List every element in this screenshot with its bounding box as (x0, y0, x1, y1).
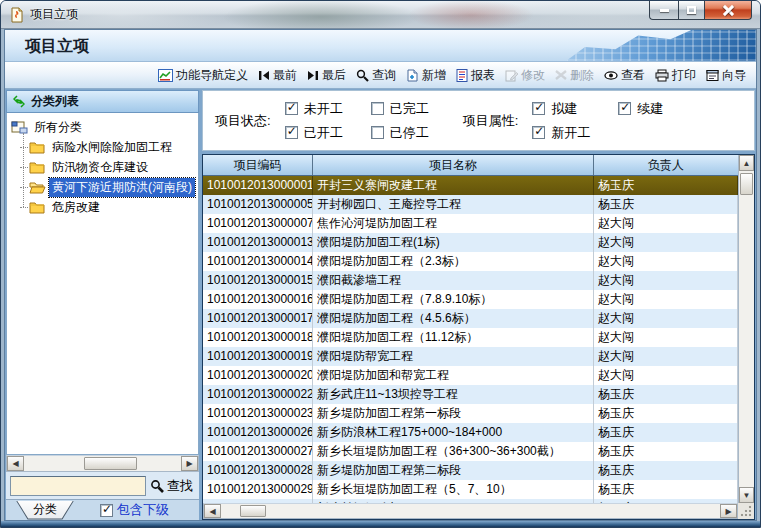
toolbar-label: 删除 (570, 67, 594, 84)
cell-name: 新乡堤防加固工程第一标段 (313, 404, 594, 423)
cell-person: 杨玉庆 (594, 480, 738, 499)
table-row[interactable]: 1010012013000029新乡长垣堤防加固工程（5、7、10）杨玉庆 (203, 480, 738, 499)
find-button[interactable]: 查找 (150, 477, 193, 495)
printer-icon (655, 69, 669, 82)
cell-name: 濮阳堤防加固工程（2.3标） (313, 252, 594, 271)
scroll-right-icon[interactable]: ▶ (720, 504, 737, 518)
filter-panel: 项目状态: 未开工 已开工 已完工 已停工 项目属性: 拟建 新开工 续建 (202, 90, 755, 151)
status-checkbox[interactable] (285, 126, 298, 139)
resize-grip[interactable] (738, 503, 754, 519)
status-checkbox[interactable] (285, 102, 298, 115)
category-search-input[interactable] (10, 476, 146, 496)
maximize-button[interactable] (678, 1, 705, 20)
status-filter-group: 未开工 已开工 已完工 已停工 (285, 99, 429, 143)
tree-item-category[interactable]: 防汛物资仓库建设 (20, 157, 196, 177)
cell-name: 开封三义寨闸改建工程 (313, 176, 594, 195)
status-option[interactable]: 已开工 (285, 124, 343, 142)
status-option-label: 已完工 (390, 100, 429, 118)
toolbar-button-last[interactable]: 最后 (303, 64, 350, 87)
main-area: 分类列表 所有分类 病险水闸除险加固工程 防汛物资仓库建设 (5, 89, 756, 520)
table-row[interactable]: 1010012013000023新乡堤防加固工程第一标段杨玉庆 (203, 404, 738, 423)
scrollbar-thumb[interactable] (84, 457, 137, 470)
scrollbar-track[interactable] (24, 456, 181, 471)
cell-person: 赵大闯 (594, 271, 738, 290)
tree-item-category[interactable]: 危房改建 (20, 197, 196, 217)
toolbar-button-wizard[interactable]: 向导 (702, 64, 750, 87)
scrollbar-thumb[interactable] (740, 173, 753, 195)
status-option[interactable]: 已完工 (371, 100, 429, 118)
toolbar-button-print[interactable]: 打印 (651, 64, 700, 87)
table-row[interactable]: 1010012013000007焦作沁河堤防加固工程赵大闯 (203, 214, 738, 233)
scroll-left-icon[interactable]: ◀ (7, 456, 24, 471)
scroll-up-icon[interactable]: ▲ (739, 155, 754, 171)
tree-item-category[interactable]: 病险水闸除险加固工程 (20, 137, 196, 157)
property-option[interactable]: 拟建 (532, 100, 590, 118)
scroll-left-icon[interactable]: ◀ (204, 504, 221, 518)
window: 项目立项 项目立项 功能导航定义 最前 最后 查询 (0, 0, 761, 528)
property-checkbox[interactable] (618, 102, 631, 115)
cell-person: 赵大闯 (594, 214, 738, 233)
include-sublevel-option[interactable]: 包含下级 (100, 501, 169, 519)
tree-root-all-categories[interactable]: 所有分类 (11, 117, 196, 137)
table-row[interactable]: 1010012013000013濮阳堤防加固工程(1标)赵大闯 (203, 233, 738, 252)
status-option-label: 已停工 (390, 124, 429, 142)
first-icon (258, 70, 270, 81)
table-horizontal-scrollbar[interactable]: ◀ ▶ (203, 503, 738, 519)
close-button[interactable] (705, 1, 752, 20)
tab-category[interactable]: 分类 (16, 501, 74, 520)
tree-item-category[interactable]: 黄河下游近期防洪(河南段) (20, 177, 196, 197)
status-option[interactable]: 未开工 (285, 100, 343, 118)
status-checkbox[interactable] (371, 102, 384, 115)
scroll-right-icon[interactable]: ▶ (181, 456, 198, 471)
open-folder-icon (29, 180, 46, 194)
cell-person: 杨玉庆 (594, 176, 738, 195)
column-header-name[interactable]: 项目名称 (313, 155, 594, 175)
last-icon (307, 70, 319, 81)
table-row[interactable]: 1010012013000027新乡长垣堤防加固工程（36+300~36+300… (203, 442, 738, 461)
toolbar-button-view[interactable]: 查看 (600, 64, 649, 87)
minimize-button[interactable] (649, 1, 678, 20)
property-option[interactable]: 新开工 (532, 124, 590, 142)
scrollbar-track[interactable] (739, 171, 754, 487)
toolbar-button-report[interactable]: 报表 (452, 64, 499, 87)
scroll-down-icon[interactable]: ▼ (739, 487, 754, 503)
table-row[interactable]: 1010012013000017濮阳堤防加固工程（4.5.6标）赵大闯 (203, 309, 738, 328)
sidebar-footer: 分类 包含下级 (6, 499, 199, 520)
cell-name: 焦作沁河堤防加固工程 (313, 214, 594, 233)
table-row[interactable]: 1010012013000005开封柳园口、王庵控导工程杨玉庆 (203, 195, 738, 214)
scrollbar-track[interactable] (221, 504, 720, 518)
cell-code: 1010012013000020 (203, 366, 313, 385)
scrollbar-thumb[interactable] (240, 505, 266, 517)
cell-name: 新乡长垣堤防加固工程（5、7、10） (313, 480, 594, 499)
status-option[interactable]: 已停工 (371, 124, 429, 142)
toolbar-button-add[interactable]: 新增 (402, 64, 450, 87)
toolbar-label: 向导 (722, 67, 746, 84)
table-row[interactable]: 1010012013000026新乡防浪林工程175+000~184+000杨玉… (203, 423, 738, 442)
table-row[interactable]: 1010012013000016濮阳堤防加固工程（7.8.9.10标）赵大闯 (203, 290, 738, 309)
cell-code: 1010012013000014 (203, 252, 313, 271)
table-row[interactable]: 1010012013000015濮阳截渗墙工程赵大闯 (203, 271, 738, 290)
toolbar-button-first[interactable]: 最前 (254, 64, 301, 87)
include-sublevel-checkbox[interactable] (100, 504, 113, 517)
table-body: 1010012013000001开封三义寨闸改建工程杨玉庆10100120130… (203, 176, 738, 503)
toolbar-button-nav-define[interactable]: 功能导航定义 (154, 64, 252, 87)
titlebar[interactable]: 项目立项 (1, 1, 760, 29)
column-header-person[interactable]: 负责人 (594, 155, 738, 175)
table-row[interactable]: 1010012013000014濮阳堤防加固工程（2.3标）赵大闯 (203, 252, 738, 271)
toolbar-button-query[interactable]: 查询 (352, 64, 400, 87)
table-row[interactable]: 1010012013000022新乡武庄11~13坝控导工程杨玉庆 (203, 385, 738, 404)
category-list-header[interactable]: 分类列表 (6, 90, 199, 113)
property-option[interactable]: 续建 (618, 100, 663, 118)
table-row[interactable]: 1010012013000028新乡堤防加固工程第二标段杨玉庆 (203, 461, 738, 480)
cell-person: 杨玉庆 (594, 195, 738, 214)
table-row[interactable]: 1010012013000019濮阳堤防帮宽工程赵大闯 (203, 347, 738, 366)
table-row[interactable]: 1010012013000001开封三义寨闸改建工程杨玉庆 (203, 176, 738, 195)
column-header-code[interactable]: 项目编码 (203, 155, 313, 175)
tree-horizontal-scrollbar[interactable]: ◀ ▶ (6, 455, 199, 472)
property-checkbox[interactable] (532, 102, 545, 115)
property-checkbox[interactable] (532, 126, 545, 139)
status-checkbox[interactable] (371, 126, 384, 139)
table-row[interactable]: 1010012013000018濮阳堤防加固工程（11.12标）赵大闯 (203, 328, 738, 347)
table-vertical-scrollbar[interactable]: ▲ ▼ (738, 155, 754, 503)
table-row[interactable]: 1010012013000020濮阳堤防加固和帮宽工程赵大闯 (203, 366, 738, 385)
